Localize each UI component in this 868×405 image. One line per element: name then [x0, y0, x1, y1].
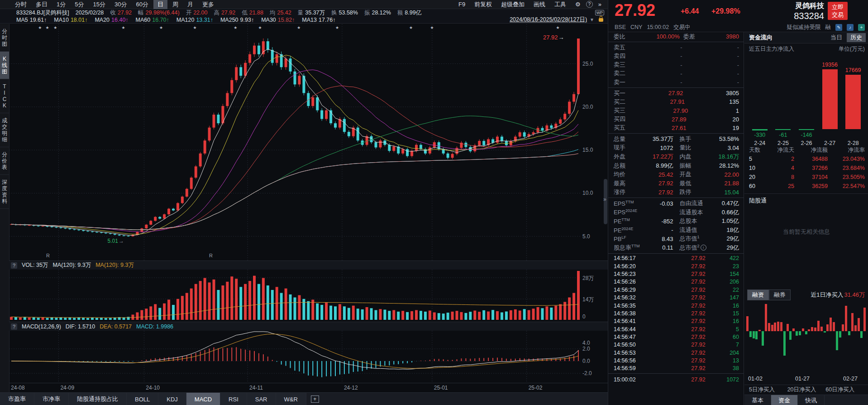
toolbar-item-超级叠加[interactable]: 超级叠加: [497, 0, 528, 9]
netbuy-link-60日净买入[interactable]: 60日净买入: [825, 386, 864, 394]
toolbar-item-工具[interactable]: 工具: [551, 0, 570, 9]
fund-value: 8.43: [662, 236, 673, 242]
indicator-tab-W&R[interactable]: W&R: [276, 393, 306, 405]
event-star-icon[interactable]: ★: [258, 25, 262, 30]
buy-row-买一[interactable]: 买一27.923805: [608, 89, 744, 97]
info-field-量: 量35.37万: [298, 9, 325, 17]
quote-column: 委比100.00%委差3980卖五--卖四--卖三--卖二--卖一--买一27.…: [608, 32, 744, 405]
fund-left: EPSTTM-0.03: [614, 200, 673, 207]
period-tab-15分[interactable]: 15分: [89, 0, 109, 9]
divider: [608, 253, 744, 254]
sidebar-item-成交明细[interactable]: 成交明细: [0, 113, 9, 147]
sidebar-char: 分: [2, 151, 7, 158]
bottom-tab-资金[interactable]: 资金: [771, 395, 798, 405]
gear-icon[interactable]: ⚙: [572, 0, 584, 8]
indicator-tab-MACD[interactable]: MACD: [186, 393, 220, 405]
event-star-icon[interactable]: ★: [335, 25, 339, 30]
macd-chart[interactable]: [9, 331, 581, 383]
indicator-tab-市净率[interactable]: 市净率: [34, 393, 69, 405]
event-star-icon[interactable]: ★: [38, 25, 42, 30]
buy-row-买五[interactable]: 买五27.6119: [608, 124, 744, 132]
stock-code-name[interactable]: 833284.BJ[灵鸽科技]: [16, 9, 69, 17]
sidebar-item-深度资料[interactable]: 深度资料: [0, 175, 9, 209]
event-star-icon[interactable]: ★: [53, 25, 57, 30]
tick-price: 27.92: [680, 342, 716, 348]
timesale-row: 14:56:4427.925: [608, 325, 744, 333]
timesale-row: 14:56:1727.92422: [608, 255, 744, 262]
info-icon[interactable]: i: [701, 245, 706, 251]
period-tab-多日[interactable]: 多日: [32, 0, 52, 9]
indicator-tab-BOLL[interactable]: BOLL: [127, 393, 158, 405]
event-star-icon[interactable]: ★: [297, 25, 300, 30]
period-tab-60分[interactable]: 60分: [132, 0, 152, 9]
flow-tab-当日[interactable]: 当日: [827, 33, 846, 42]
sell-row-卖一[interactable]: 卖一--: [608, 78, 744, 87]
event-star-icon[interactable]: ★: [193, 25, 196, 30]
help-icon[interactable]: ?: [11, 262, 17, 269]
period-tab-30分[interactable]: 30分: [110, 0, 131, 9]
buy-row-买四[interactable]: 买四27.8920: [608, 115, 744, 124]
sidebar-item-K线图[interactable]: K线图: [0, 52, 9, 79]
sidebar-item-分价表[interactable]: 分价表: [0, 147, 9, 175]
indicator-tab-SAR[interactable]: SAR: [247, 393, 276, 405]
toolbar-item-前复权[interactable]: 前复权: [471, 0, 496, 9]
period-tab-月[interactable]: 月: [183, 0, 197, 9]
indicator-tab-KDJ[interactable]: KDJ: [158, 393, 186, 405]
flow-th: 净流天: [769, 146, 794, 154]
tick-time: 15:00:02: [614, 376, 636, 383]
sell-row-卖四[interactable]: 卖四--: [608, 52, 744, 60]
buy-row-买二[interactable]: 买二27.91135: [608, 97, 744, 106]
event-star-icon[interactable]: ★: [46, 25, 49, 30]
stat-value: 3.04: [728, 145, 739, 151]
help-icon[interactable]: ?: [586, 1, 593, 8]
sell-row-卖三[interactable]: 卖三--: [608, 61, 744, 69]
pencil-icon[interactable]: ✎: [835, 24, 842, 31]
flow-td: 4: [769, 165, 794, 171]
period-tab-分时[interactable]: 分时: [11, 0, 31, 9]
add-watchlist-icon[interactable]: +: [858, 24, 865, 31]
period-tab-1分[interactable]: 1分: [52, 0, 70, 9]
toolbar-item-F9[interactable]: F9: [455, 0, 469, 8]
trade-now-button[interactable]: 立即交易: [828, 2, 848, 20]
bell-icon[interactable]: ♪: [847, 24, 854, 31]
help-icon[interactable]: ?: [11, 323, 17, 330]
bottom-tab-基本[interactable]: 基本: [744, 395, 771, 405]
toolbar-item-画线[interactable]: 画线: [530, 0, 549, 9]
margin-tab-融资[interactable]: 融资: [747, 289, 769, 300]
event-star-icon[interactable]: ★: [409, 25, 413, 30]
wp-icon[interactable]: WP: [595, 10, 605, 15]
sell-row-卖二[interactable]: 卖二--: [608, 69, 744, 78]
fund-right: 总股本1.05亿: [680, 217, 739, 225]
indicator-tab-市盈率[interactable]: 市盈率: [0, 393, 34, 405]
netbuy-link-20日净买入[interactable]: 20日净买入: [787, 386, 826, 394]
kline-chart[interactable]: [9, 24, 581, 260]
margin-tab-融券[interactable]: 融券: [769, 289, 791, 300]
sell-row-卖五[interactable]: 卖五--: [608, 43, 744, 52]
chevron-right-icon[interactable]: »: [595, 0, 605, 8]
dropdown-arrow-icon[interactable]: ▼: [590, 17, 594, 22]
period-tab-周[interactable]: 周: [168, 0, 182, 9]
date-range-link[interactable]: 2024/08/16-2025/02/28(127日): [510, 16, 587, 24]
quote-header: 27.92 +6.44 +29.98% 灵鸽科技 833284 立即交易: [608, 0, 868, 23]
period-tab-5分[interactable]: 5分: [71, 0, 88, 9]
bottom-tab-快讯[interactable]: 快讯: [798, 395, 825, 405]
event-star-icon[interactable]: ★: [430, 25, 434, 30]
sidebar-item-分时图[interactable]: 分时图: [0, 24, 9, 52]
volume-chart[interactable]: [9, 270, 581, 321]
indicator-tab-RSI[interactable]: RSI: [220, 393, 247, 405]
event-star-icon[interactable]: ★: [122, 25, 125, 30]
event-star-icon[interactable]: ★: [159, 25, 163, 30]
buy-row-买三[interactable]: 买三27.901: [608, 106, 744, 115]
sidebar-item-TICK[interactable]: TICK: [0, 79, 9, 113]
panel-expander-icon[interactable]: »: [603, 196, 606, 202]
add-indicator-icon[interactable]: +: [311, 395, 319, 403]
lock-icon[interactable]: [599, 18, 603, 22]
event-star-icon[interactable]: ★: [234, 25, 237, 30]
netbuy-link-5日净买入[interactable]: 5日净买入: [749, 386, 787, 394]
event-star-icon[interactable]: ★: [556, 25, 559, 30]
period-tab-更多[interactable]: 更多: [198, 0, 218, 9]
flow-td: 36488: [794, 156, 828, 162]
indicator-tab-陆股通持股占比[interactable]: 陆股通持股占比: [69, 393, 127, 405]
flow-tab-历史[interactable]: 历史: [847, 33, 866, 42]
period-tab-日[interactable]: 日: [153, 0, 167, 9]
